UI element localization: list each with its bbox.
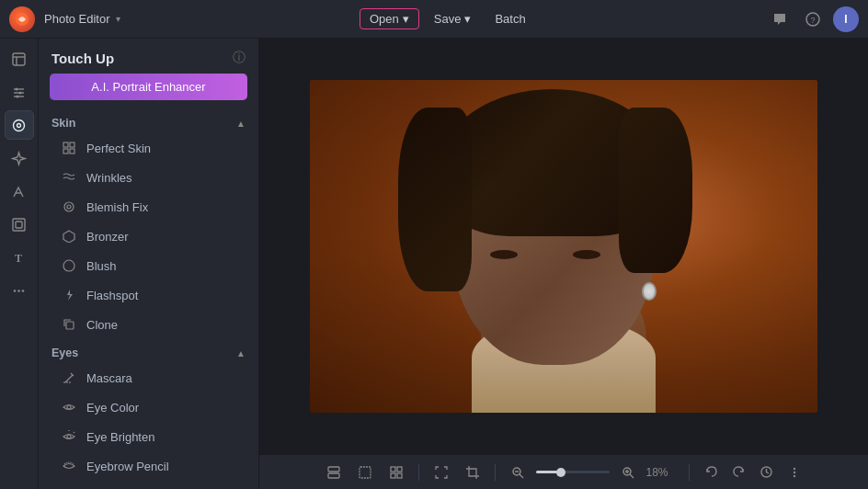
svg-point-9 [16,87,18,90]
zoom-percent: 18% [646,466,680,479]
undo-btn[interactable] [699,460,725,485]
svg-rect-29 [66,322,74,329]
eye-color-item[interactable]: Eye Color [39,392,258,422]
info-icon[interactable]: ⓘ [233,50,246,66]
svg-marker-27 [63,231,74,243]
fit-btn[interactable] [428,460,454,485]
wrinkles-label: Wrinkles [86,171,132,185]
app-chevron[interactable]: ▾ [116,14,120,24]
bronzer-item[interactable]: Bronzer [39,222,258,251]
svg-point-18 [14,290,17,292]
svg-rect-22 [70,142,74,147]
bottom-sep-3 [689,464,690,481]
eyes-chevron-icon: ▲ [236,348,246,358]
svg-rect-42 [360,467,371,478]
blush-label: Blush [86,259,117,273]
mascara-icon [61,370,77,386]
layers-tool-btn[interactable] [5,44,34,74]
zoom-in-btn[interactable] [615,460,641,485]
bottom-sep-2 [495,464,496,481]
svg-rect-46 [397,473,402,478]
chat-button[interactable] [767,6,793,32]
batch-button[interactable]: Batch [485,8,534,29]
user-avatar[interactable]: I [833,6,859,32]
help-button[interactable]: ? [800,6,826,32]
svg-marker-28 [67,290,73,301]
adjustments-tool-btn[interactable] [5,77,34,107]
layers-bottom-btn[interactable] [321,460,347,485]
clone-item[interactable]: Clone [39,310,258,339]
flashspot-label: Flashspot [86,289,138,302]
save-button[interactable]: Save ▾ [425,8,481,29]
svg-line-37 [74,432,74,433]
svg-point-25 [64,202,74,211]
svg-rect-40 [328,473,339,478]
eye-color-icon [61,399,77,415]
svg-point-10 [19,91,22,94]
wrinkles-item[interactable]: Wrinkles [39,163,258,192]
side-panel-header: Touch Up ⓘ [39,39,258,74]
mascara-item[interactable]: Mascara [39,363,258,392]
svg-text:?: ? [810,16,815,25]
more-tools-btn[interactable] [5,276,34,305]
text-tool-btn[interactable]: T [5,243,34,272]
svg-rect-44 [397,467,402,472]
app-name: Photo Editor [44,12,110,26]
svg-rect-45 [391,473,395,478]
touchup-tool-btn[interactable] [5,110,34,140]
skin-section-header[interactable]: Skin ▲ [39,109,258,133]
zoom-slider[interactable] [536,471,610,473]
canvas-content[interactable] [259,39,868,454]
clone-label: Clone [86,318,118,332]
eyebrow-pencil-item[interactable]: Eyebrow Pencil [39,451,258,481]
eye-color-label: Eye Color [86,401,139,415]
eyes-section-header[interactable]: Eyes ▲ [39,339,258,363]
svg-point-12 [14,119,25,131]
frames-tool-btn[interactable] [5,210,34,239]
svg-rect-43 [391,467,395,472]
ai-portrait-btn[interactable]: A.I. Portrait Enhancer [50,74,247,100]
svg-rect-41 [328,467,339,472]
eye-brighten-item[interactable]: Eye Brighten [39,422,258,451]
skin-section-label: Skin [51,117,75,130]
history-btn[interactable] [754,460,780,485]
svg-point-19 [17,290,20,292]
svg-point-34 [67,405,71,409]
zoom-slider-wrap[interactable] [536,471,610,473]
blush-item[interactable]: Blush [39,251,258,280]
side-panel: Touch Up ⓘ A.I. Portrait Enhancer Skin ▲ [39,39,259,489]
skin-chevron-icon: ▲ [236,119,246,129]
eyes-section-label: Eyes [51,347,78,359]
bottom-sep-1 [418,464,419,481]
svg-point-55 [793,467,794,469]
blemish-fix-item[interactable]: Blemish Fix [39,192,258,222]
eye-brighten-icon [61,428,77,445]
perfect-skin-label: Perfect Skin [86,142,151,155]
open-button[interactable]: Open ▾ [360,8,419,29]
canvas-area: 18% [259,39,868,489]
redo-btn[interactable] [726,460,752,485]
wrinkles-icon [61,169,77,186]
svg-rect-21 [63,142,68,147]
blemish-fix-label: Blemish Fix [86,200,148,214]
more-bottom-btn[interactable] [782,460,807,485]
perfect-skin-icon [61,140,77,156]
bronzer-label: Bronzer [86,230,129,244]
blemish-fix-icon [61,199,77,215]
svg-point-57 [793,474,794,476]
perfect-skin-item[interactable]: Perfect Skin [39,133,258,163]
zoom-out-btn[interactable] [505,460,531,485]
app-logo [9,6,35,32]
effects-tool-btn[interactable] [5,143,34,173]
grid-bottom-btn[interactable] [383,460,409,485]
svg-line-30 [65,375,73,382]
topbar-right: ? I [767,6,859,32]
svg-point-20 [22,290,25,292]
select-bottom-btn[interactable] [352,460,378,485]
svg-rect-15 [13,219,25,231]
flashspot-icon [61,287,77,303]
crop-btn[interactable] [460,460,485,485]
fix-redeye-item[interactable]: Fix Redeye [39,481,258,489]
flashspot-item[interactable]: Flashspot [39,280,258,310]
retouch-tool-btn[interactable] [5,176,34,206]
